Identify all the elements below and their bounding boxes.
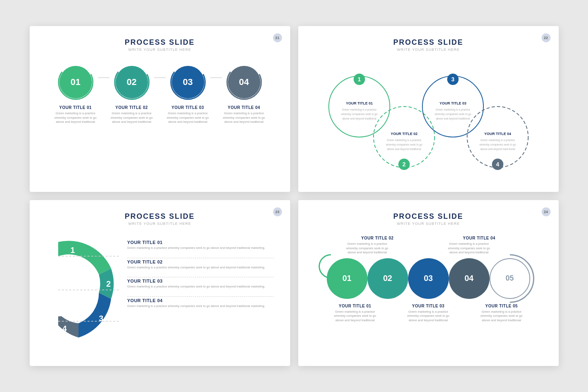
- s4-top-label-2: YOUR TITLE 04 Green marketing is a pract…: [447, 236, 512, 255]
- s3-divider-2: [127, 277, 274, 277]
- circle-2: 02: [116, 66, 148, 98]
- slide-number-3: 23: [273, 207, 282, 216]
- svg-text:YOUR TITLE 01: YOUR TITLE 01: [345, 101, 372, 105]
- svg-text:YOUR TITLE 02: YOUR TITLE 02: [390, 132, 417, 136]
- circle-item-1: 01 YOUR TITLE 01 Green marketing is a pr…: [53, 64, 98, 124]
- s4-circle-3: 03: [408, 258, 449, 299]
- circle-wrap-1: 01: [57, 64, 94, 100]
- item-4-desc: Green marketing is a practice whereby co…: [222, 111, 267, 124]
- s4-bot-title-2: YOUR TITLE 03: [406, 304, 451, 308]
- slide-1-header: PROCESS SLIDE WRITE YOUR SUBTITLE HERE: [46, 38, 274, 52]
- s4-top-desc-2: Green marketing is a practice whereby co…: [447, 242, 492, 255]
- s4-circle-5: 05: [490, 258, 530, 299]
- item-4-title: YOUR TITLE 04: [228, 105, 260, 110]
- s3-item-2-desc: Green marketing is a practice whereby co…: [127, 266, 274, 270]
- svg-text:Green marketing is a practice: Green marketing is a practice: [342, 108, 376, 111]
- slide-2-content: 1 2 3 4 YOUR TITLE 01 Green marketing is…: [315, 62, 542, 180]
- s4-bot-title-3: YOUR TITLE 05: [479, 304, 524, 308]
- svg-text:whereby companies seek to go: whereby companies seek to go: [434, 113, 471, 116]
- slide-3-content: 1 2 3 4: [46, 236, 274, 350]
- s3-item-1-desc: Green marketing is a practice whereby co…: [127, 246, 274, 250]
- slide-number-1: 21: [273, 33, 282, 42]
- s4-top-labels: YOUR TITLE 02 Green marketing is a pract…: [315, 236, 542, 255]
- slide-4-header: PROCESS SLIDE WRITE YOUR SUBTITLE HERE: [315, 212, 542, 226]
- s3-item-3-title: YOUR TITLE 03: [127, 279, 274, 283]
- svg-text:whereby companies seek to go: whereby companies seek to go: [385, 143, 422, 146]
- svg-text:1: 1: [358, 76, 361, 83]
- s4-top-title-2: YOUR TITLE 04: [447, 236, 512, 240]
- s3-divider-3: [127, 296, 274, 297]
- svg-text:2: 2: [402, 161, 406, 168]
- slide-4-content: YOUR TITLE 02 Green marketing is a pract…: [315, 236, 542, 322]
- svg-text:3: 3: [451, 76, 455, 83]
- s4-circle-5-wrap: 05: [490, 258, 530, 299]
- slide-2-title: PROCESS SLIDE: [315, 38, 542, 47]
- slide-1-circles: 01 YOUR TITLE 01 Green marketing is a pr…: [53, 64, 267, 124]
- s3-item-4-desc: Green marketing is a practice whereby co…: [127, 304, 274, 309]
- s4-bot-label-3: YOUR TITLE 05 Green marketing is a pract…: [479, 304, 524, 323]
- s4-top-label-1: YOUR TITLE 02 Green marketing is a pract…: [345, 236, 410, 255]
- s4-bot-desc-1: Green marketing is a practice whereby co…: [333, 310, 378, 323]
- s3-item-3-desc: Green marketing is a practice whereby co…: [127, 285, 274, 289]
- s4-circle-4: 04: [449, 258, 490, 299]
- s4-circle-1-wrap: 01: [327, 258, 367, 299]
- svg-point-4: [329, 76, 390, 137]
- circle-1: 01: [59, 66, 92, 98]
- slide-4-title: PROCESS SLIDE: [315, 212, 542, 221]
- slide-2-header: PROCESS SLIDE WRITE YOUR SUBTITLE HERE: [315, 38, 542, 52]
- svg-text:4: 4: [496, 161, 499, 168]
- svg-text:1: 1: [70, 246, 75, 255]
- slide-3-header: PROCESS SLIDE WRITE YOUR SUBTITLE HERE: [46, 212, 274, 226]
- slide-2-svg: 1 2 3 4 YOUR TITLE 01 Green marketing is…: [315, 62, 542, 180]
- item-2-title: YOUR TITLE 02: [116, 105, 148, 110]
- slide-1: 21 PROCESS SLIDE WRITE YOUR SUBTITLE HER…: [30, 26, 290, 192]
- s4-bot-label-2: YOUR TITLE 03 Green marketing is a pract…: [406, 304, 451, 323]
- s4-bottom-labels: YOUR TITLE 01 Green marketing is a pract…: [315, 304, 542, 323]
- svg-text:Green marketing is a practice: Green marketing is a practice: [435, 108, 470, 111]
- s3-item-2-title: YOUR TITLE 02: [127, 259, 274, 264]
- s4-circle-2-wrap: 02: [367, 258, 408, 299]
- slide-1-title: PROCESS SLIDE: [46, 38, 274, 47]
- connector-2: [154, 77, 166, 78]
- slide-4-subtitle: WRITE YOUR SUBTITLE HERE: [315, 222, 542, 226]
- s4-top-title-1: YOUR TITLE 02: [345, 236, 410, 240]
- svg-text:whereby companies seek to go: whereby companies seek to go: [341, 113, 378, 116]
- slide-2: 22 PROCESS SLIDE WRITE YOUR SUBTITLE HER…: [298, 26, 559, 192]
- s4-circle-1: 01: [327, 258, 367, 299]
- slide-number-4: 24: [542, 207, 551, 216]
- s3-list-item-4: YOUR TITLE 04 Green marketing is a pract…: [127, 298, 274, 309]
- s4-bot-desc-3: Green marketing is a practice whereby co…: [479, 310, 524, 323]
- slide-2-subtitle: WRITE YOUR SUBTITLE HERE: [315, 48, 542, 52]
- circle-item-3: 03 YOUR TITLE 03 Green marketing is a pr…: [166, 64, 210, 124]
- item-2-desc: Green marketing is a practice whereby co…: [109, 111, 154, 124]
- circle-wrap-2: 02: [114, 64, 150, 100]
- s4-circle-3-wrap: 03: [408, 258, 449, 299]
- slide-1-subtitle: WRITE YOUR SUBTITLE HERE: [46, 48, 274, 52]
- d-shape: 1 2 3 4: [46, 236, 119, 350]
- svg-text:above and beyond traditional: above and beyond traditional: [387, 148, 421, 151]
- svg-text:Green marketing is a practice: Green marketing is a practice: [387, 139, 421, 142]
- svg-text:above and beyond traditional: above and beyond traditional: [436, 117, 470, 120]
- svg-text:4: 4: [62, 324, 67, 333]
- s4-circles-row: 01 02 03 04 05: [315, 258, 542, 299]
- item-1-title: YOUR TITLE 01: [59, 105, 92, 110]
- circle-item-2: 02 YOUR TITLE 02 Green marketing is a pr…: [109, 64, 154, 124]
- slide-3-list: YOUR TITLE 01 Green marketing is a pract…: [127, 236, 274, 316]
- circle-item-4: 04 YOUR TITLE 04 Green marketing is a pr…: [222, 64, 267, 124]
- s3-list-item-2: YOUR TITLE 02 Green marketing is a pract…: [127, 259, 274, 270]
- s4-top-desc-1: Green marketing is a practice whereby co…: [345, 242, 390, 255]
- slides-grid: 21 PROCESS SLIDE WRITE YOUR SUBTITLE HER…: [30, 26, 559, 366]
- connector-3: [210, 77, 222, 78]
- circle-wrap-3: 03: [170, 64, 206, 100]
- slide-4: 24 PROCESS SLIDE WRITE YOUR SUBTITLE HER…: [298, 200, 559, 366]
- svg-point-36: [46, 264, 85, 316]
- svg-point-7: [467, 107, 528, 168]
- svg-text:above and beyond traditional: above and beyond traditional: [342, 117, 376, 120]
- s3-item-4-title: YOUR TITLE 04: [127, 298, 274, 303]
- item-3-title: YOUR TITLE 03: [172, 105, 204, 110]
- svg-text:above and beyond tradi tional: above and beyond tradi tional: [480, 148, 515, 151]
- item-1-desc: Green marketing is a practice whereby co…: [53, 111, 98, 124]
- circle-3: 03: [172, 66, 204, 98]
- slide-number-2: 22: [542, 33, 551, 42]
- svg-text:Green marketing is a practice: Green marketing is a practice: [480, 139, 515, 142]
